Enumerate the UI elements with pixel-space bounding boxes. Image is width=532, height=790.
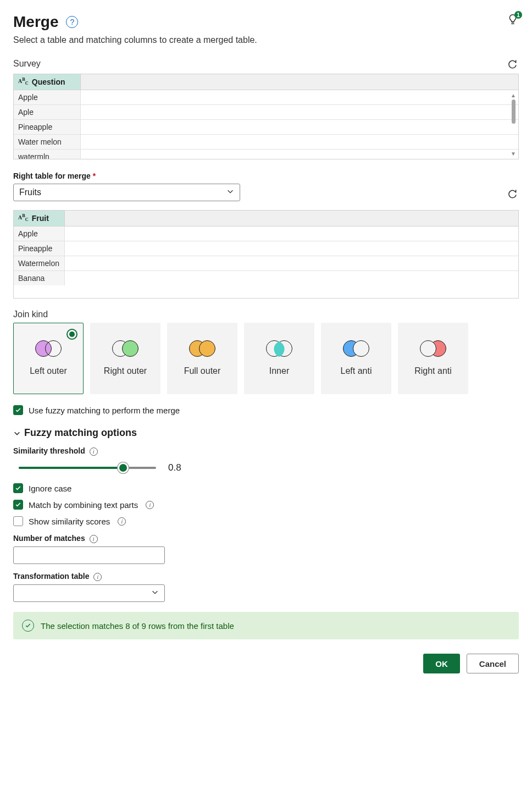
- check-icon: [15, 501, 21, 508]
- table-row[interactable]: Apple: [14, 226, 65, 241]
- venn-inner-icon: [266, 340, 292, 358]
- scroll-down-icon[interactable]: ▼: [511, 151, 516, 157]
- use-fuzzy-label: Use fuzzy matching to perform the merge: [29, 406, 180, 415]
- ignore-case-label: Ignore case: [29, 484, 71, 493]
- num-matches-input[interactable]: [13, 546, 165, 564]
- help-icon[interactable]: ?: [66, 16, 78, 28]
- refresh-survey-button[interactable]: [506, 57, 519, 70]
- ok-button[interactable]: OK: [423, 654, 460, 673]
- threshold-value: 0.8: [168, 462, 181, 473]
- combine-text-checkbox[interactable]: [13, 500, 23, 510]
- check-icon: [15, 407, 21, 413]
- scroll-thumb[interactable]: [512, 100, 516, 124]
- show-scores-checkbox[interactable]: [13, 516, 23, 526]
- check-icon: [15, 485, 21, 491]
- right-column-name: Fruit: [32, 214, 49, 223]
- combine-text-label: Match by combining text parts: [29, 500, 138, 510]
- info-icon[interactable]: i: [90, 535, 98, 543]
- right-table-value: Fruits: [19, 187, 41, 197]
- join-left-outer[interactable]: Left outer: [13, 323, 84, 394]
- join-right-anti[interactable]: Right anti: [398, 323, 468, 394]
- radio-selected-icon: [66, 329, 77, 340]
- table-row[interactable]: Watermelon: [14, 256, 65, 270]
- right-column-header[interactable]: ABC Fruit: [14, 211, 65, 226]
- join-kind-label: Join kind: [13, 310, 519, 319]
- info-icon[interactable]: i: [90, 448, 98, 456]
- refresh-icon: [507, 188, 518, 199]
- table-row[interactable]: Pineapple: [14, 120, 81, 134]
- info-icon[interactable]: i: [93, 573, 102, 581]
- status-bar: The selection matches 8 of 9 rows from t…: [13, 612, 519, 639]
- threshold-slider[interactable]: [19, 467, 156, 469]
- text-type-icon: ABC: [18, 214, 29, 222]
- fuzzy-options-expander[interactable]: Fuzzy matching options: [13, 427, 519, 439]
- slider-thumb[interactable]: [118, 462, 129, 473]
- transform-table-label: Transformation table: [13, 572, 89, 581]
- transform-table-select[interactable]: [13, 584, 165, 602]
- chevron-down-icon: [151, 588, 159, 598]
- status-text: The selection matches 8 of 9 rows from t…: [41, 621, 234, 631]
- ideas-button[interactable]: 1: [507, 13, 519, 27]
- table-row[interactable]: Banana: [14, 271, 65, 285]
- join-inner[interactable]: Inner: [244, 323, 314, 394]
- page-subtitle: Select a table and matching columns to c…: [13, 35, 257, 45]
- page-title: Merge ?: [13, 13, 257, 31]
- right-table-label: Right table for merge *: [13, 172, 96, 180]
- use-fuzzy-checkbox[interactable]: [13, 405, 23, 415]
- survey-column-header[interactable]: ABC Question: [14, 74, 81, 90]
- survey-column-name: Question: [32, 78, 65, 86]
- chevron-down-icon: [226, 187, 234, 197]
- cancel-button[interactable]: Cancel: [467, 654, 519, 673]
- table-row[interactable]: Pineapple: [14, 241, 65, 256]
- ignore-case-checkbox[interactable]: [13, 483, 23, 493]
- join-left-anti[interactable]: Left anti: [321, 323, 391, 394]
- info-icon[interactable]: i: [146, 501, 154, 509]
- num-matches-label: Number of matches: [13, 534, 85, 543]
- ideas-badge: 1: [514, 11, 522, 19]
- page-title-text: Merge: [13, 13, 58, 31]
- info-icon[interactable]: i: [118, 517, 126, 526]
- table-row[interactable]: Water melon: [14, 135, 81, 149]
- join-kind-group: Left outer Right outer Full outer Inner …: [13, 323, 519, 394]
- survey-table[interactable]: ABC Question Apple Aple Pineapple Water …: [13, 74, 519, 159]
- chevron-down-icon: [13, 429, 21, 437]
- show-scores-label: Show similarity scores: [29, 517, 110, 526]
- text-type-icon: ABC: [18, 78, 29, 86]
- join-right-outer[interactable]: Right outer: [90, 323, 160, 394]
- table-row[interactable]: watermln: [14, 150, 81, 159]
- table-row[interactable]: Apple: [14, 90, 81, 104]
- survey-label: Survey: [13, 59, 41, 69]
- scrollbar[interactable]: ▲ ▼: [509, 92, 517, 157]
- right-table-select[interactable]: Fruits: [13, 184, 240, 201]
- threshold-label: Similarity threshold: [13, 446, 85, 455]
- right-table[interactable]: ABC Fruit Apple Pineapple Watermelon Ban…: [13, 210, 519, 299]
- refresh-icon: [507, 58, 518, 69]
- join-full-outer[interactable]: Full outer: [167, 323, 237, 394]
- table-row[interactable]: Aple: [14, 105, 81, 119]
- scroll-up-icon[interactable]: ▲: [511, 92, 516, 98]
- refresh-right-button[interactable]: [506, 187, 519, 200]
- success-icon: [22, 620, 34, 632]
